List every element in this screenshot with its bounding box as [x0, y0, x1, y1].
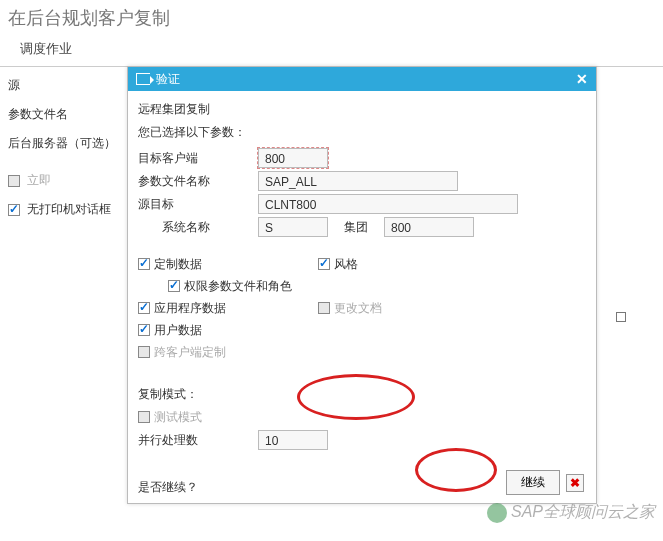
checkbox-grid: 定制数据 风格 权限参数文件和角色 应用程序数据 更改文档 用户数据 跨客户端定…: [138, 254, 586, 362]
watermark: SAP全球顾问云之家: [487, 502, 655, 523]
value-parallel: 10: [258, 430, 328, 450]
checkbox-app-data[interactable]: [138, 302, 150, 314]
checkbox-style[interactable]: [318, 258, 330, 270]
label-source-target: 源目标: [138, 196, 258, 213]
label-parallel: 并行处理数: [138, 432, 258, 449]
checkbox-change-doc[interactable]: [318, 302, 330, 314]
label-style: 风格: [334, 256, 358, 273]
wechat-icon: [487, 503, 507, 523]
checkbox-custom-data[interactable]: [138, 258, 150, 270]
value-param-file-name: SAP_ALL: [258, 171, 458, 191]
immediate-checkbox-row: 立即: [8, 172, 123, 189]
checkbox-cross-client[interactable]: [138, 346, 150, 358]
checkbox-no-printer[interactable]: [8, 204, 20, 216]
checkbox-user-data[interactable]: [138, 324, 150, 336]
value-source-target: CLNT800: [258, 194, 518, 214]
label-param-file: 参数文件名: [8, 106, 123, 123]
label-auth-roles: 权限参数文件和角色: [184, 278, 292, 295]
verify-dialog: 验证 ✕ 远程集团复制 您已选择以下参数： 目标客户端 800 参数文件名称 S…: [127, 66, 597, 504]
dialog-footer: 继续 ✖: [506, 470, 584, 495]
continue-button[interactable]: 继续: [506, 470, 560, 495]
label-group: 集团: [344, 219, 368, 236]
label-user-data: 用户数据: [154, 322, 202, 339]
label-immediate: 立即: [27, 173, 51, 187]
annotation-square: [616, 312, 626, 322]
checkbox-test-mode[interactable]: [138, 411, 150, 423]
label-system-name: 系统名称: [138, 219, 258, 236]
checkbox-auth-roles[interactable]: [168, 280, 180, 292]
close-icon[interactable]: ✕: [576, 67, 588, 91]
watermark-text: SAP全球顾问云之家: [511, 502, 655, 523]
label-change-doc: 更改文档: [334, 300, 382, 317]
label-no-printer: 无打印机对话框: [27, 202, 111, 216]
value-system-name: S: [258, 217, 328, 237]
value-target-client: 800: [258, 148, 328, 168]
label-bg-server: 后台服务器（可选）: [8, 135, 123, 152]
menu-item-schedule[interactable]: 调度作业: [20, 41, 72, 56]
selected-params-label: 您已选择以下参数：: [138, 124, 586, 141]
dialog-titlebar: 验证 ✕: [128, 67, 596, 91]
label-test-mode: 测试模式: [154, 409, 202, 426]
value-group: 800: [384, 217, 474, 237]
dialog-title-text: 验证: [156, 67, 180, 91]
dialog-heading: 远程集团复制: [138, 101, 586, 118]
no-printer-row: 无打印机对话框: [8, 201, 123, 218]
label-copy-mode: 复制模式：: [138, 386, 586, 403]
checkbox-immediate[interactable]: [8, 175, 20, 187]
label-app-data: 应用程序数据: [154, 300, 226, 317]
label-target-client: 目标客户端: [138, 150, 258, 167]
label-custom-data: 定制数据: [154, 256, 202, 273]
left-panel: 源 参数文件名 后台服务器（可选） 立即 无打印机对话框: [8, 65, 123, 230]
page-title: 在后台规划客户复制: [0, 0, 663, 36]
return-icon: [136, 73, 150, 85]
dialog-body: 远程集团复制 您已选择以下参数： 目标客户端 800 参数文件名称 SAP_AL…: [128, 91, 596, 496]
cancel-icon[interactable]: ✖: [566, 474, 584, 492]
label-cross-client: 跨客户端定制: [154, 344, 226, 361]
menu-bar: 调度作业: [0, 36, 663, 67]
label-param-file-name: 参数文件名称: [138, 173, 258, 190]
label-source: 源: [8, 77, 123, 94]
